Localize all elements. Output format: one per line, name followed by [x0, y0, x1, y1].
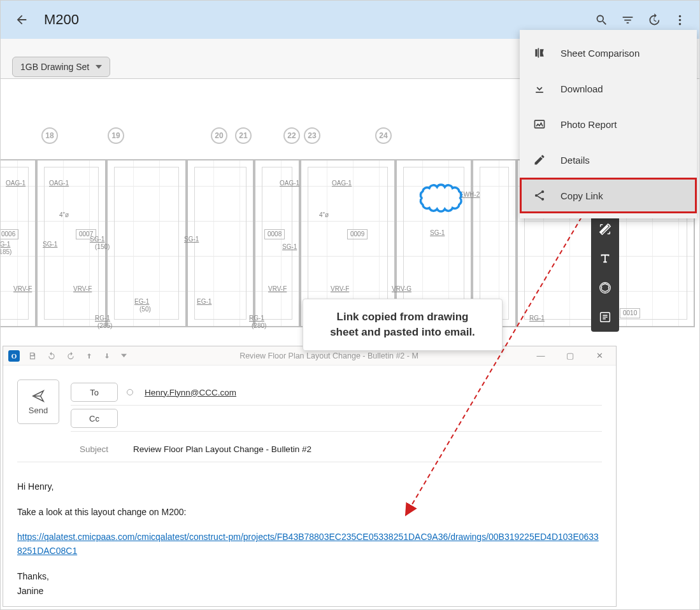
dim-label: 4"ø — [319, 211, 329, 219]
menu-details[interactable]: Details — [520, 142, 697, 178]
menu-item-label: Details — [561, 155, 590, 166]
presence-indicator — [127, 389, 133, 395]
message-body[interactable]: Hi Henry, Take a look at this layout cha… — [17, 462, 602, 599]
pencil-icon — [532, 153, 546, 166]
body-line: Take a look at this layout change on M20… — [17, 506, 602, 520]
dim-label: (280) — [252, 322, 266, 329]
gridline-marker: 24 — [375, 127, 392, 144]
to-recipient[interactable]: Henry.Flynn@CCC.com — [145, 388, 236, 397]
more-menu-icon[interactable] — [667, 8, 693, 32]
equip-label: VRV-G — [392, 285, 411, 293]
cloud-tool-icon[interactable] — [591, 273, 619, 302]
dim-label: 4"ø — [59, 211, 69, 219]
history-icon[interactable] — [641, 8, 667, 32]
equip-label: OAG-1 — [280, 180, 299, 187]
back-button[interactable] — [10, 8, 34, 32]
equip-label: SG-1 — [430, 229, 445, 237]
equip-label: EG-1 — [134, 298, 149, 306]
window-title: Review Floor Plan Layout Change - Bullet… — [135, 351, 523, 360]
text-tool-icon[interactable] — [591, 244, 619, 273]
menu-download[interactable]: Download — [520, 71, 697, 106]
actions-menu: Sheet Comparison Download Photo Report D… — [520, 30, 697, 218]
pasted-link[interactable]: https://qalatest.cmicpaas.com/cmicqalate… — [17, 532, 599, 556]
compare-icon — [532, 46, 546, 59]
menu-photo-report[interactable]: Photo Report — [520, 106, 697, 142]
room-code: 0009 — [347, 229, 368, 239]
body-signature: Janine — [17, 585, 602, 599]
up-arrow-icon[interactable] — [83, 351, 95, 361]
gridline-marker: 23 — [304, 127, 320, 144]
save-icon[interactable] — [26, 350, 39, 362]
gridline-marker: 19 — [108, 127, 124, 144]
maximize-button[interactable]: ▢ — [559, 351, 582, 360]
body-thanks: Thanks, — [17, 570, 602, 584]
image-icon — [532, 118, 546, 131]
down-arrow-icon[interactable] — [101, 351, 113, 361]
gridline-marker: 20 — [211, 127, 227, 144]
equip-label: RG-1 — [529, 315, 545, 322]
markup-toolbar — [591, 215, 619, 332]
subject-label: Subject — [80, 444, 118, 454]
svg-point-2 — [679, 22, 682, 25]
equip-label: OAG-1 — [6, 180, 25, 187]
equip-label: OAG-1 — [49, 180, 69, 187]
chevron-down-icon — [96, 65, 102, 69]
dim-label: (50) — [139, 306, 151, 313]
filter-icon[interactable] — [615, 8, 641, 32]
subject-field[interactable]: Review Floor Plan Layout Change - Bullet… — [133, 444, 311, 454]
gridline-marker: 22 — [283, 127, 300, 144]
redo-icon[interactable] — [64, 350, 77, 362]
download-icon — [532, 82, 546, 95]
equip-label: SG-1 — [43, 241, 57, 248]
equip-label: SG-1 — [282, 243, 297, 251]
share-icon — [532, 189, 546, 202]
room-code: 0007 — [76, 229, 96, 239]
dropdown-icon[interactable] — [119, 351, 129, 360]
dim-label: (185) — [1, 248, 11, 256]
equip-label: OAG-1 — [332, 180, 352, 187]
page-title: M200 — [44, 11, 79, 28]
equip-label: VRV-F — [268, 285, 287, 293]
outlook-compose-window: O Review Floor Plan Layout Change - Bull… — [3, 346, 617, 607]
menu-item-label: Photo Report — [561, 119, 617, 130]
dim-label: (150) — [95, 243, 110, 251]
cc-button[interactable]: Cc — [71, 409, 118, 428]
tooltip-text: sheet and pasted into email. — [316, 325, 489, 340]
body-greeting: Hi Henry, — [17, 480, 602, 494]
note-tool-icon[interactable] — [591, 302, 619, 332]
to-button[interactable]: To — [71, 383, 118, 402]
undo-icon[interactable] — [45, 350, 58, 362]
equip-label: RG-1 — [95, 315, 110, 322]
equip-label: VRV-F — [331, 285, 349, 293]
equip-label: EG-1 — [197, 298, 211, 306]
equip-label: VRV-F — [13, 285, 32, 293]
equip-label: SG-1 — [1, 241, 10, 248]
menu-sheet-comparison[interactable]: Sheet Comparison — [520, 35, 697, 71]
compose-area: Send To Henry.Flynn@CCC.com Cc Subject R… — [3, 365, 616, 606]
measure-tool-icon[interactable] — [591, 215, 619, 244]
minimize-button[interactable]: — — [529, 351, 552, 360]
svg-point-1 — [679, 18, 682, 21]
svg-rect-4 — [535, 120, 545, 128]
equip-label: RG-1 — [249, 315, 264, 322]
revision-cloud-markup[interactable] — [417, 181, 467, 212]
drawing-set-selector[interactable]: 1GB Drawing Set — [12, 57, 110, 77]
menu-item-label: Download — [561, 83, 603, 94]
dim-label: (285) — [97, 322, 112, 329]
search-icon[interactable] — [589, 8, 615, 32]
send-label: Send — [29, 406, 48, 415]
svg-point-0 — [679, 15, 682, 17]
equip-label: VRV-F — [73, 285, 92, 293]
send-icon — [31, 389, 45, 403]
equip-label: SG-1 — [184, 236, 199, 243]
close-button[interactable]: ✕ — [588, 351, 611, 360]
gridline-marker: 21 — [235, 127, 252, 144]
room-code: 0010 — [620, 308, 640, 318]
send-button[interactable]: Send — [17, 379, 59, 424]
drawing-set-label: 1GB Drawing Set — [20, 62, 89, 72]
annotation-tooltip: Link copied from drawing sheet and paste… — [303, 299, 503, 351]
tooltip-text: Link copied from drawing — [316, 309, 489, 325]
menu-copy-link[interactable]: Copy Link — [520, 178, 697, 213]
menu-item-label: Sheet Comparison — [561, 48, 639, 59]
gridline-marker: 18 — [41, 127, 58, 144]
